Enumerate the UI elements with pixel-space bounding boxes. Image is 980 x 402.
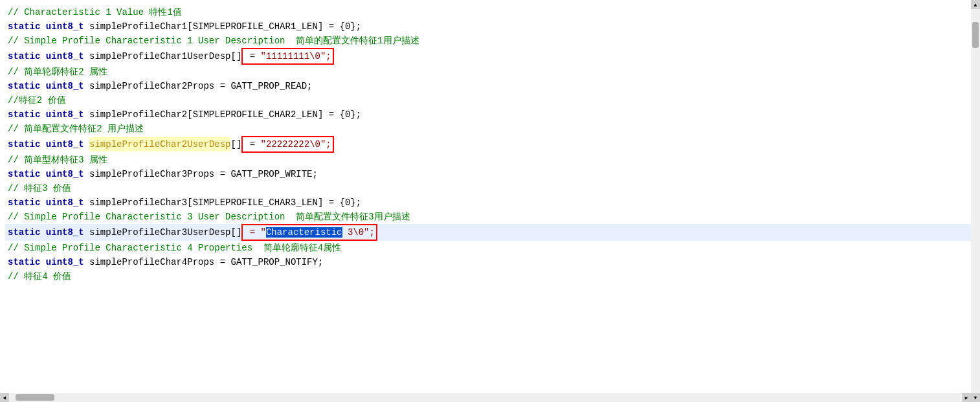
- keyword-token: uint8_t: [46, 195, 84, 210]
- keyword-token: uint8_t: [46, 107, 84, 122]
- keyword-token: uint8_t: [46, 225, 84, 240]
- keyword-token: static: [8, 137, 40, 151]
- code-line: // 特征4 价值: [5, 269, 980, 284]
- scroll-right-arrow[interactable]: ►: [962, 393, 971, 402]
- normal-token: [40, 79, 45, 93]
- keyword-token: static: [8, 107, 40, 122]
- keyword-token: static: [8, 79, 40, 93]
- code-line: // 简单配置文件特征2 用户描述: [5, 122, 980, 136]
- code-line: static uint8_t simpleProfileChar3UserDes…: [5, 224, 980, 241]
- code-line: // Characteristic 1 Value 特性1值: [5, 5, 980, 19]
- comment-token: // 简单配置文件特征2 用户描述: [8, 122, 144, 136]
- code-line: static uint8_t simpleProfileChar2UserDes…: [5, 136, 980, 153]
- redbox-token: = "11111111\0";: [241, 48, 333, 65]
- code-line: //特征2 价值: [5, 93, 980, 107]
- comment-token: 简单配置文件特征3用户描述: [285, 210, 410, 224]
- keyword-token: uint8_t: [46, 49, 84, 63]
- horizontal-scrollbar[interactable]: ◄ ►: [0, 393, 971, 402]
- normal-token: simpleProfileChar3[SIMPLEPROFILE_CHAR3_L…: [84, 195, 361, 210]
- normal-token: [40, 137, 45, 151]
- keyword-token: static: [8, 225, 40, 240]
- scrollbar-thumb-h[interactable]: [16, 394, 54, 401]
- scroll-up-arrow[interactable]: ▲: [971, 0, 980, 9]
- comment-token: // Simple Profile Characteristic 3 User …: [8, 210, 285, 224]
- keyword-token: uint8_t: [46, 19, 84, 34]
- normal-token: []: [230, 137, 241, 151]
- comment-token: // Characteristic 1 Value 特性1值: [8, 5, 182, 19]
- scroll-down-arrow[interactable]: ▼: [971, 393, 980, 402]
- identifier-highlighted-token: simpleProfileChar2UserDesp: [89, 137, 230, 151]
- code-line: static uint8_t simpleProfileChar3Props =…: [5, 167, 980, 181]
- comment-token: 简单的配置文件特征1用户描述: [285, 34, 419, 48]
- code-line: // 特征3 价值: [5, 181, 980, 195]
- vertical-scrollbar[interactable]: ▲ ▼: [971, 0, 980, 402]
- normal-token: [40, 19, 45, 34]
- normal-token: simpleProfileChar3UserDesp[]: [84, 225, 242, 240]
- normal-token: [84, 137, 89, 151]
- code-line: static uint8_t simpleProfileChar4Props =…: [5, 255, 980, 269]
- normal-token: simpleProfileChar1[SIMPLEPROFILE_CHAR1_L…: [84, 19, 361, 34]
- normal-token: [40, 107, 45, 122]
- keyword-token: uint8_t: [46, 167, 84, 181]
- comment-token: 简单轮廓特征4属性: [252, 241, 341, 255]
- scroll-left-arrow[interactable]: ◄: [0, 393, 9, 402]
- scrollbar-thumb-v[interactable]: [972, 22, 979, 48]
- comment-token: // 特征3 价值: [8, 181, 71, 195]
- keyword-token: uint8_t: [46, 137, 84, 151]
- comment-token: // Simple Profile Characteristic 4 Prope…: [8, 241, 252, 255]
- code-line: static uint8_t simpleProfileChar2Props =…: [5, 79, 980, 93]
- code-line: static uint8_t simpleProfileChar2[SIMPLE…: [5, 107, 980, 122]
- normal-token: simpleProfileChar4Props = GATT_PROP_NOTI…: [84, 255, 324, 269]
- code-line: // Simple Profile Characteristic 4 Prope…: [5, 241, 980, 255]
- keyword-token: static: [8, 49, 40, 63]
- editor-container: // Characteristic 1 Value 特性1值static uin…: [0, 0, 980, 402]
- code-line: static uint8_t simpleProfileChar1UserDes…: [5, 48, 980, 65]
- normal-token: [40, 167, 45, 181]
- keyword-token: static: [8, 255, 40, 269]
- comment-token: // 简单轮廓特征2 属性: [8, 65, 107, 79]
- normal-token: [40, 255, 45, 269]
- comment-token: //特征2 价值: [8, 93, 66, 107]
- redbox-token: = "22222222\0";: [241, 136, 333, 153]
- normal-token: simpleProfileChar2[SIMPLEPROFILE_CHAR2_L…: [84, 107, 361, 122]
- comment-token: // 简单型材特征3 属性: [8, 153, 107, 167]
- selected-word-token: Characteristic: [266, 227, 342, 238]
- normal-token: simpleProfileChar2Props = GATT_PROP_READ…: [84, 79, 313, 93]
- code-area[interactable]: // Characteristic 1 Value 特性1值static uin…: [0, 0, 980, 402]
- keyword-token: static: [8, 195, 40, 210]
- code-line: // 简单轮廓特征2 属性: [5, 65, 980, 79]
- keyword-token: static: [8, 19, 40, 34]
- normal-token: [40, 195, 45, 210]
- keyword-token: uint8_t: [46, 255, 84, 269]
- code-line: // Simple Profile Characteristic 1 User …: [5, 34, 980, 48]
- comment-token: // 特征4 价值: [8, 269, 71, 284]
- redbox-wrapper: = "Characteristic 3\0";: [241, 224, 377, 241]
- normal-token: [40, 225, 45, 240]
- normal-token: [40, 49, 45, 63]
- code-line: // Simple Profile Characteristic 3 User …: [5, 210, 980, 224]
- redbox-part-token: 3\0";: [342, 227, 375, 238]
- normal-token: simpleProfileChar1UserDesp[]: [84, 49, 242, 63]
- normal-token: simpleProfileChar3Props = GATT_PROP_WRIT…: [84, 167, 318, 181]
- code-line: static uint8_t simpleProfileChar1[SIMPLE…: [5, 19, 980, 34]
- keyword-token: uint8_t: [46, 79, 84, 93]
- code-line: // 简单型材特征3 属性: [5, 153, 980, 167]
- comment-token: // Simple Profile Characteristic 1 User …: [8, 34, 285, 48]
- keyword-token: static: [8, 167, 40, 181]
- redbox-part-token: = ": [244, 227, 266, 238]
- code-line: static uint8_t simpleProfileChar3[SIMPLE…: [5, 195, 980, 210]
